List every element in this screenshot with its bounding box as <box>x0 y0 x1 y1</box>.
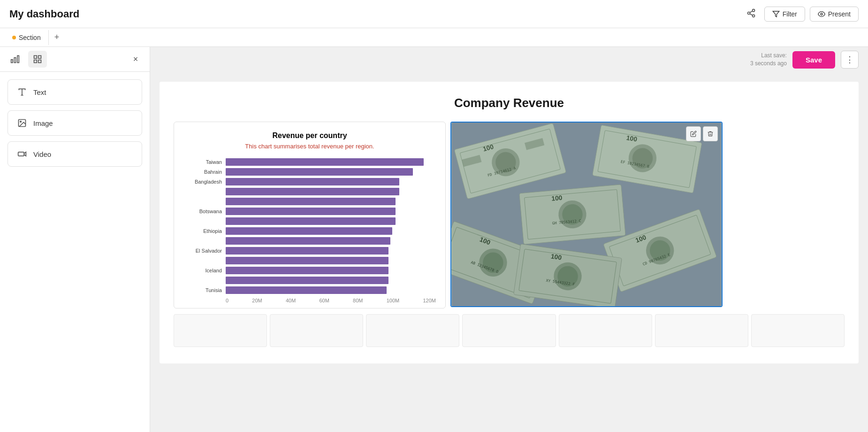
bar-row: 93M <box>183 257 436 264</box>
share-button[interactable] <box>743 5 760 23</box>
bar-value: 97M <box>404 199 413 204</box>
image-edit-button[interactable] <box>686 126 701 141</box>
edit-icon <box>690 131 697 137</box>
bar-row: 99M <box>183 188 436 195</box>
svg-line-4 <box>750 11 753 12</box>
svg-rect-9 <box>11 60 13 63</box>
bar-label: El Salvador <box>183 248 226 254</box>
bar-container: 113M <box>226 158 436 166</box>
bar-container: 94M <box>226 237 436 245</box>
dashboard-title: My dashboard <box>9 8 79 20</box>
chart-subtitle: This chart summarises total revenue per … <box>183 143 436 150</box>
app-header: My dashboard Filter Present <box>0 0 868 28</box>
money-svg: FD 39714612 A 100 EF 10234567 B <box>451 123 722 306</box>
present-button[interactable]: Present <box>810 7 859 22</box>
x-axis-label: 60M <box>320 298 329 303</box>
bar-value: 99M <box>408 189 417 194</box>
video-item[interactable]: Video <box>8 141 142 167</box>
bar-value: 99M <box>408 179 417 185</box>
filter-icon <box>772 10 780 18</box>
bar-value: 93M <box>397 248 406 254</box>
chart-card: Revenue per country This chart summarise… <box>174 122 446 309</box>
image-icon <box>16 117 28 129</box>
bar-label: Iceland <box>183 268 226 273</box>
bar-chart: Taiwan113MBahrain107MBangladesh99M99M97M… <box>183 158 436 294</box>
chart-tool-button[interactable] <box>6 51 24 68</box>
text-item-label: Text <box>33 88 46 96</box>
placeholder-6 <box>655 314 748 347</box>
sidebar-close-button[interactable]: × <box>127 51 144 68</box>
money-image: FD 39714612 A 100 EF 10234567 B <box>451 123 722 306</box>
bar-fill: 97M <box>226 198 396 205</box>
more-options-button[interactable]: ⋮ <box>841 51 859 69</box>
bar-row: El Salvador93M <box>183 247 436 255</box>
dashboard-canvas[interactable]: Company Revenue Revenue per country This… <box>150 72 868 432</box>
bar-label: Taiwan <box>183 159 226 165</box>
bar-container: 93M <box>226 247 436 255</box>
bar-row: Tunisia92M <box>183 286 436 294</box>
sidebar-items: Text Image <box>0 72 150 174</box>
bar-value: 94M <box>399 239 408 244</box>
bar-value: 93M <box>397 278 406 283</box>
placeholder-7 <box>751 314 845 347</box>
add-tab-button[interactable]: + <box>49 31 65 44</box>
x-axis-label: 20M <box>252 298 262 303</box>
text-item[interactable]: Text <box>8 79 142 105</box>
filter-label: Filter <box>783 10 797 18</box>
bar-value: 107M <box>419 170 431 175</box>
svg-rect-18 <box>18 152 24 156</box>
last-save-line2: 3 seconds ago <box>750 60 787 68</box>
grid-icon <box>33 54 42 64</box>
bar-label: Bangladesh <box>183 179 226 185</box>
bar-fill: 107M <box>226 168 413 176</box>
svg-rect-10 <box>34 56 37 59</box>
text-icon <box>16 86 28 98</box>
bar-row: Ethiopia95M <box>183 227 436 235</box>
header-actions: Filter Present <box>743 5 859 23</box>
section-tab[interactable]: Section <box>5 30 49 45</box>
bar-container: 93M <box>226 257 436 264</box>
image-item[interactable]: Image <box>8 110 142 136</box>
image-panel[interactable]: FD 39714612 A 100 EF 10234567 B <box>450 122 723 307</box>
x-axis-label: 100M <box>387 298 400 303</box>
bar-chart-icon <box>10 54 20 64</box>
bar-value: 97M <box>404 209 413 214</box>
bar-value: 97M <box>404 219 413 224</box>
video-icon <box>16 148 28 160</box>
bar-fill: 94M <box>226 237 390 245</box>
x-axis-label: 40M <box>286 298 296 303</box>
svg-point-6 <box>821 13 822 15</box>
svg-rect-12 <box>38 60 41 63</box>
bar-container: 97M <box>226 198 436 205</box>
bar-label: Bahrain <box>183 169 226 175</box>
placeholder-4 <box>462 314 556 347</box>
bar-container: 93M <box>226 267 436 274</box>
bar-fill: 113M <box>226 158 424 166</box>
sidebar-toolbar: × <box>0 47 150 72</box>
filter-button[interactable]: Filter <box>764 7 805 22</box>
last-save-line1: Last save: <box>750 52 787 60</box>
x-axis-label: 120M <box>423 298 436 303</box>
trash-icon <box>707 131 714 137</box>
content-area: Last save: 3 seconds ago Save ⋮ Company … <box>150 47 868 432</box>
bar-value: 92M <box>396 288 404 293</box>
image-delete-button[interactable] <box>703 126 718 141</box>
svg-rect-7 <box>17 56 19 63</box>
bar-fill: 93M <box>226 277 388 284</box>
bar-container: 97M <box>226 217 436 225</box>
bar-row: 94M <box>183 237 436 245</box>
bar-fill: 93M <box>226 257 388 264</box>
bar-value: 93M <box>397 268 406 273</box>
bar-fill: 97M <box>226 208 396 215</box>
bar-fill: 97M <box>226 217 396 225</box>
video-item-label: Video <box>33 150 51 158</box>
section-heading: Company Revenue <box>174 96 845 110</box>
main-layout: × Text Image <box>0 47 868 432</box>
grid-tool-button[interactable] <box>28 51 47 68</box>
svg-point-1 <box>747 12 750 15</box>
bar-fill: 93M <box>226 247 388 255</box>
x-axis-label: 80M <box>353 298 363 303</box>
bar-label: Ethiopia <box>183 228 226 234</box>
bar-value: 113M <box>430 160 442 165</box>
save-button[interactable]: Save <box>792 51 835 69</box>
